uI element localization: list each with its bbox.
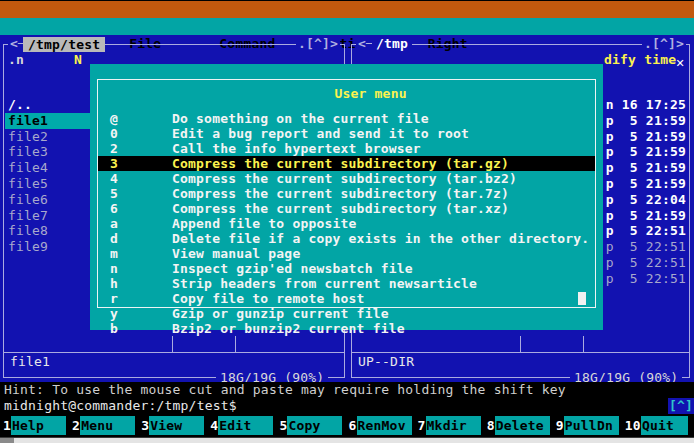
function-key-label: Help bbox=[11, 416, 66, 435]
function-key-number: 4 bbox=[210, 416, 218, 435]
user-menu-item-key: d bbox=[98, 231, 172, 246]
function-key[interactable]: 8Delete bbox=[487, 414, 556, 437]
function-key-label: Delete bbox=[495, 416, 550, 435]
left-panel-mini-status: file1 bbox=[10, 354, 50, 369]
horizontal-scrollbar[interactable] bbox=[0, 437, 694, 443]
file-time-row[interactable]: p 5 22:51 bbox=[604, 239, 686, 255]
function-key-bar: 1Help2Menu3View4Edit5Copy6RenMov7Mkdir8D… bbox=[0, 414, 694, 437]
function-key-number: 2 bbox=[72, 416, 80, 435]
user-menu-item[interactable]: dDelete file if a copy exists in the oth… bbox=[98, 231, 595, 246]
menu-bar: LeftFileCommandOptionsRight bbox=[0, 18, 694, 35]
user-menu-item-label: Compress the current subdirectory (tar.g… bbox=[172, 156, 509, 171]
user-menu-item-label: Delete file if a copy exists in the othe… bbox=[172, 231, 589, 246]
function-key-number: 10 bbox=[625, 416, 641, 435]
function-key-number: 1 bbox=[3, 416, 11, 435]
command-line[interactable]: midnight@commander:/tmp/test$ [^] bbox=[0, 398, 694, 414]
window-titlebar: mc [midnight@commander]:/tmp/test – □ ✕ bbox=[0, 0, 694, 18]
function-key-label: PullDn bbox=[564, 416, 619, 435]
file-time-row[interactable]: p 5 22:51 bbox=[604, 255, 686, 271]
right-panel-corner-controls[interactable]: .[^]> bbox=[642, 37, 686, 51]
user-menu-item-key: 0 bbox=[98, 126, 172, 141]
right-panel-path[interactable]: /tmp bbox=[372, 37, 412, 51]
user-menu-item-label: Compress the current subdirectory (tar.7… bbox=[172, 186, 509, 201]
user-menu-item-label: Compress the current subdirectory (tar.x… bbox=[172, 201, 509, 216]
left-panel-name-header[interactable]: N bbox=[74, 52, 82, 67]
user-menu-item[interactable]: 5Compress the current subdirectory (tar.… bbox=[98, 186, 595, 201]
user-menu-item-label: Append file to opposite bbox=[172, 216, 357, 231]
left-panel-sort-indicator[interactable]: .n bbox=[8, 52, 24, 67]
user-menu-item[interactable]: nInspect gzip'ed newsbatch file bbox=[98, 261, 595, 276]
user-menu-item-key: 4 bbox=[98, 171, 172, 186]
hint-line: Hint: To use the mouse cut and paste may… bbox=[0, 382, 694, 398]
text-cursor bbox=[578, 292, 586, 305]
user-menu-item-key: r bbox=[98, 291, 172, 306]
user-menu-item[interactable]: 3Compress the current subdirectory (tar.… bbox=[98, 156, 595, 171]
user-menu-item[interactable]: bBzip2 or bunzip2 current file bbox=[98, 321, 595, 336]
file-time-row[interactable]: p 5 21:59 bbox=[604, 176, 686, 192]
file-time-row[interactable]: n 16 17:25 bbox=[604, 97, 686, 113]
user-menu-item[interactable]: yGzip or gunzip current file bbox=[98, 306, 595, 321]
function-key[interactable]: 10Quit bbox=[625, 414, 694, 437]
user-menu-items: @Do something on the current file0Edit a… bbox=[98, 81, 595, 366]
file-time-row[interactable]: p 5 21:59 bbox=[604, 208, 686, 224]
file-time-row[interactable]: p 5 21:59 bbox=[604, 113, 686, 129]
file-time-row[interactable]: p 5 21:59 bbox=[604, 129, 686, 145]
shell-prompt: midnight@commander:/tmp/test$ bbox=[4, 398, 237, 413]
left-panel-path[interactable]: /tmp/test bbox=[23, 37, 105, 52]
user-menu-item[interactable]: 4Compress the current subdirectory (tar.… bbox=[98, 171, 595, 186]
function-key-label: View bbox=[149, 416, 204, 435]
user-menu-item-key: 5 bbox=[98, 186, 172, 201]
user-menu-item-key: 2 bbox=[98, 141, 172, 156]
terminal-window: mc [midnight@commander]:/tmp/test – □ ✕ … bbox=[0, 0, 694, 443]
user-menu-item-key: 6 bbox=[98, 201, 172, 216]
file-time-row[interactable]: p 5 22:04 bbox=[604, 192, 686, 208]
user-menu-item-key: m bbox=[98, 246, 172, 261]
file-time-row[interactable]: p 5 22:51 bbox=[604, 223, 686, 239]
function-key-label: Copy bbox=[287, 416, 342, 435]
user-menu-item-label: Do something on the current file bbox=[172, 111, 429, 126]
user-menu-item-label: Gzip or gunzip current file bbox=[172, 306, 389, 321]
user-menu-item[interactable]: 6Compress the current subdirectory (tar.… bbox=[98, 201, 595, 216]
function-key[interactable]: 1Help bbox=[3, 414, 72, 437]
user-menu-item-label: View manual page bbox=[172, 246, 300, 261]
user-menu-item-key: b bbox=[98, 321, 172, 336]
command-line-corner-button[interactable]: [^] bbox=[668, 398, 694, 414]
function-key-label: Quit bbox=[641, 416, 688, 435]
function-key[interactable]: 7Mkdir bbox=[418, 414, 487, 437]
function-key[interactable]: 3View bbox=[141, 414, 210, 437]
function-key-number: 7 bbox=[418, 416, 426, 435]
function-key-number: 9 bbox=[556, 416, 564, 435]
file-time-row[interactable]: p 5 22:51 bbox=[604, 271, 686, 287]
function-key-number: 3 bbox=[141, 416, 149, 435]
user-menu-item[interactable]: mView manual page bbox=[98, 246, 595, 261]
user-menu-item-label: Edit a bug report and send it to root bbox=[172, 126, 469, 141]
scrollbar-thumb[interactable] bbox=[0, 438, 14, 443]
function-key[interactable]: 5Copy bbox=[279, 414, 348, 437]
user-menu-item-key: a bbox=[98, 216, 172, 231]
function-key[interactable]: 2Menu bbox=[72, 414, 141, 437]
user-menu-item-key: h bbox=[98, 276, 172, 291]
user-menu-item-label: Compress the current subdirectory (tar.b… bbox=[172, 171, 517, 186]
function-key-label: RenMov bbox=[357, 416, 412, 435]
function-key[interactable]: 9PullDn bbox=[556, 414, 625, 437]
function-key[interactable]: 6RenMov bbox=[348, 414, 417, 437]
file-time-row[interactable]: p 5 21:59 bbox=[604, 160, 686, 176]
user-menu-item-key: y bbox=[98, 306, 172, 321]
user-menu-item[interactable]: aAppend file to opposite bbox=[98, 216, 595, 231]
right-panel-mtime-header[interactable]: dify time bbox=[604, 52, 676, 67]
file-time-row[interactable]: p 5 21:59 bbox=[604, 144, 686, 160]
user-menu-item[interactable]: @Do something on the current file bbox=[98, 111, 595, 126]
user-menu-item[interactable]: rCopy file to remote host bbox=[98, 291, 595, 306]
user-menu-item-label: Bzip2 or bunzip2 current file bbox=[172, 321, 405, 336]
left-panel-corner-controls[interactable]: .[^]> bbox=[296, 37, 340, 51]
function-key[interactable]: 4Edit bbox=[210, 414, 279, 437]
function-key-label: Edit bbox=[218, 416, 273, 435]
user-menu-dialog: User menu @Do something on the current f… bbox=[90, 64, 603, 330]
user-menu-item[interactable]: 2Call the info hypertext browser bbox=[98, 141, 595, 156]
user-menu-item-key: @ bbox=[98, 111, 172, 126]
user-menu-item-key: n bbox=[98, 261, 172, 276]
user-menu-item[interactable]: hStrip headers from current newsarticle bbox=[98, 276, 595, 291]
user-menu-item[interactable]: 0Edit a bug report and send it to root bbox=[98, 126, 595, 141]
function-key-number: 8 bbox=[487, 416, 495, 435]
function-key-number: 6 bbox=[348, 416, 356, 435]
